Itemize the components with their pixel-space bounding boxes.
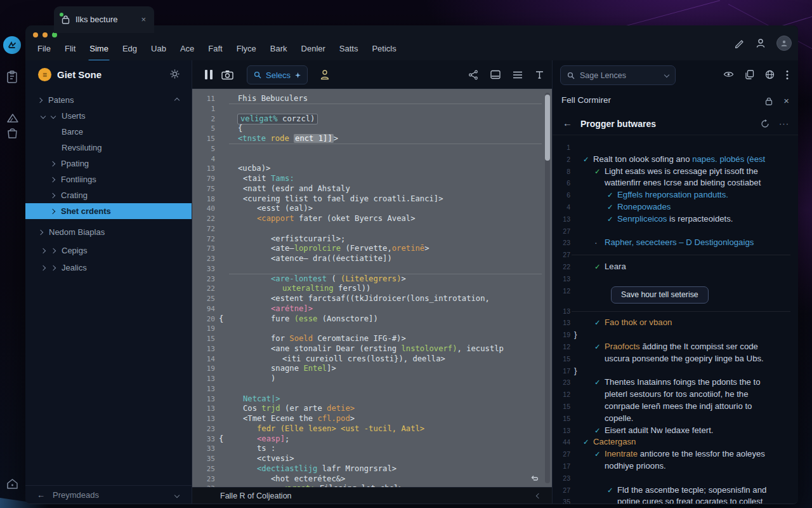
code-line[interactable]: 23fedr (Elle lesen> <ust -tucil, Aatl> xyxy=(192,424,552,434)
save-button[interactable]: Save hour tell seterise xyxy=(611,286,709,304)
code-line[interactable]: 5 xyxy=(192,144,552,154)
tree-item[interactable]: Userts xyxy=(25,108,192,124)
code-line[interactable]: 14<iti cureioll cres(losti}), deella> xyxy=(192,354,552,364)
tree-item[interactable]: Ppating xyxy=(25,156,192,171)
link-text[interactable]: Egffels hreporsation pandutts. xyxy=(617,190,728,199)
code-line[interactable]: 20{fure (esse (Aonsctore]) xyxy=(192,314,552,324)
chevron-right-icon[interactable] xyxy=(37,97,43,102)
pencil-icon[interactable] xyxy=(734,37,745,48)
menu-item[interactable]: File xyxy=(30,41,58,57)
tree-item[interactable]: Crating xyxy=(25,187,192,203)
menu-item[interactable]: Denler xyxy=(294,41,332,57)
profile-icon[interactable] xyxy=(319,69,331,81)
chevron-right-icon[interactable] xyxy=(50,177,55,182)
editor-scrollbar[interactable] xyxy=(545,93,550,483)
code-line[interactable]: 73<ate—loprolcire (Fervette,oretinē> xyxy=(192,244,552,254)
tree-item[interactable]: Jealics xyxy=(25,260,192,276)
scrollbar-thumb[interactable] xyxy=(545,95,550,161)
menu-item[interactable]: Satts xyxy=(332,41,365,57)
window-control-dot[interactable] xyxy=(52,32,57,37)
code-line[interactable]: 13 xyxy=(192,384,552,394)
menu-item[interactable]: Peticls xyxy=(365,41,403,57)
undo-icon[interactable] xyxy=(530,475,539,483)
more-icon[interactable] xyxy=(785,70,789,80)
send-icon[interactable] xyxy=(6,112,20,124)
chevron-right-icon[interactable] xyxy=(50,161,55,166)
chevron-down-icon[interactable] xyxy=(41,113,46,118)
link-text[interactable]: Rapher, sececteers – D Destigonlogaigs xyxy=(605,237,754,247)
code-line[interactable]: 19snagne Entel]> xyxy=(192,364,552,374)
code-editor-surface[interactable]: 11Fhis Bebuculers12veligat% corzcl)5{15<… xyxy=(192,89,552,487)
code-line[interactable]: 22uxteralting fersl)) xyxy=(192,284,552,294)
tree-item[interactable]: Barce xyxy=(25,124,192,140)
hamburger-menu-icon[interactable] xyxy=(513,70,523,79)
code-line[interactable]: 13<ane stonalir Dear (ersting lnstolover… xyxy=(192,344,552,354)
menu-item[interactable]: Faft xyxy=(201,41,229,57)
code-line[interactable]: 94<arétne]> xyxy=(192,304,552,314)
bag-icon[interactable] xyxy=(6,126,19,139)
code-line[interactable]: 19 xyxy=(192,324,552,334)
chevron-right-icon[interactable] xyxy=(51,248,56,253)
avatar[interactable] xyxy=(776,36,792,51)
code-line[interactable]: 13Netcat|> xyxy=(192,394,552,404)
menu-item[interactable]: Uab xyxy=(144,41,173,57)
chevron-right-icon[interactable] xyxy=(50,192,55,197)
back-arrow-icon[interactable]: ← xyxy=(37,490,45,500)
globe-icon[interactable] xyxy=(765,70,775,80)
code-line[interactable]: 13<ucba)> xyxy=(192,164,552,174)
code-line[interactable]: 15<tnste rode enct 1]]> xyxy=(192,134,552,144)
close-icon[interactable]: × xyxy=(783,95,789,106)
code-line[interactable]: 13) xyxy=(192,374,552,384)
code-line[interactable]: 72<erfistcuraril>; xyxy=(192,234,552,244)
ellipsis-icon[interactable]: ··· xyxy=(779,119,789,128)
gear-icon[interactable] xyxy=(169,69,180,79)
code-line[interactable]: 40<esst (eal)> xyxy=(192,204,552,214)
pause-icon[interactable] xyxy=(205,70,213,79)
chevron-down-icon[interactable] xyxy=(174,492,180,497)
menu-item[interactable]: Flit xyxy=(58,41,82,57)
share-icon[interactable] xyxy=(468,70,478,80)
browser-tab[interactable]: Ilks becture × xyxy=(54,6,154,33)
chevron-right-icon[interactable] xyxy=(50,208,55,213)
code-line[interactable]: 79<tait Tams: xyxy=(192,174,552,184)
code-line[interactable]: 11Fhis Bebuculers xyxy=(192,94,552,104)
text-tool-icon[interactable] xyxy=(535,70,544,79)
copy-icon[interactable] xyxy=(745,70,754,80)
code-line[interactable]: 25<dectiastlijg lafr Mrongrsral> xyxy=(192,464,552,474)
menu-item[interactable]: Bark xyxy=(263,41,294,57)
chevron-right-icon[interactable] xyxy=(41,248,46,253)
chevron-right-icon[interactable] xyxy=(51,265,56,270)
camera-icon[interactable] xyxy=(221,70,233,80)
clipboard-icon[interactable] xyxy=(6,70,18,84)
tree-item[interactable]: Revsiluting xyxy=(25,140,192,156)
code-line[interactable]: 4 xyxy=(192,154,552,164)
link-text[interactable]: Ronepowades xyxy=(617,202,671,211)
menu-item[interactable]: Edg xyxy=(115,41,144,57)
app-logo-icon[interactable] xyxy=(3,36,21,54)
window-control-dot[interactable] xyxy=(33,32,38,37)
menu-item[interactable]: Ace xyxy=(173,41,201,57)
code-line[interactable]: 5{ xyxy=(192,124,552,134)
code-line[interactable]: 23<are-lontest ( (Litelegrers)> xyxy=(192,274,552,284)
code-line[interactable]: 23<atence— dra((éectiatite]) xyxy=(192,254,552,264)
code-line[interactable]: 1 xyxy=(192,104,552,114)
code-line[interactable]: 33{<easp]; xyxy=(192,434,552,444)
tree-item[interactable]: Fontliings xyxy=(25,171,192,187)
tree-item[interactable]: Nedom Biaplas xyxy=(25,224,192,240)
code-line[interactable]: 25<estent farctsaf((tkJidroicer(lons_int… xyxy=(192,294,552,304)
code-line[interactable]: 23<hot ecterétec&> xyxy=(192,474,552,485)
chevron-down-icon[interactable] xyxy=(51,113,56,118)
link-text[interactable]: napes. plobés (èest xyxy=(692,154,765,164)
code-line[interactable]: 22<capport fater (oket Byercs Aveal> xyxy=(192,214,552,224)
tree-item[interactable]: Shet crdents xyxy=(25,203,192,219)
code-line[interactable]: 2veligat% corzcl) xyxy=(192,114,552,124)
code-line[interactable]: 13<Tmet Ecene the cfl.pod> xyxy=(192,414,552,424)
chevron-icon[interactable] xyxy=(536,493,541,498)
refresh-icon[interactable] xyxy=(761,119,769,128)
panel-layout-icon[interactable] xyxy=(490,70,501,79)
user-icon[interactable] xyxy=(755,37,766,49)
menu-item[interactable]: Flyce xyxy=(230,41,263,57)
search-input[interactable]: Sage Lences xyxy=(560,65,676,85)
home-icon[interactable] xyxy=(6,478,19,490)
code-line[interactable]: 75<natt (esdr and Ahstaly xyxy=(192,184,552,194)
